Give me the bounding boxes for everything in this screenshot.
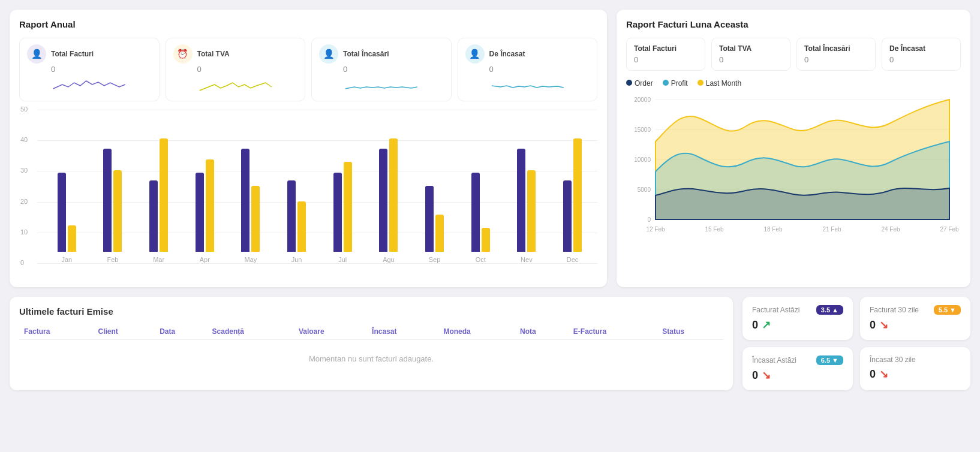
monthly-stat-value: 0 xyxy=(719,55,783,64)
bar-purple xyxy=(196,173,204,252)
monthly-stat-card: Total Încasări 0 xyxy=(796,38,876,71)
trend-icon: ↘ xyxy=(879,367,888,381)
bar-purple xyxy=(563,180,572,252)
svg-text:10000: 10000 xyxy=(634,156,651,163)
monthly-area-chart: 20000 15000 10000 5000 0 12 Feb 15 Feb 1… xyxy=(626,94,961,257)
bar-group: Dec xyxy=(563,138,582,263)
monthly-report-card: Raport Facturi Luna Aceasta Total Factur… xyxy=(617,10,970,287)
legend-label: Profit xyxy=(671,79,688,88)
table-header-cell: Moneda xyxy=(438,324,515,340)
bar-purple xyxy=(379,149,387,252)
svg-text:24 Feb: 24 Feb xyxy=(881,226,900,233)
stat-label: Total TVA xyxy=(197,50,230,58)
bar-month-label: Nev xyxy=(521,256,533,263)
stat-icon: 👤 xyxy=(319,44,338,64)
monthly-stat-card: Total Facturi 0 xyxy=(626,38,705,71)
bar-month-label: Dec xyxy=(567,256,579,263)
right-stats-grid: Facturat Astăzi 3.5 ▲ 0 ↗ Facturat 30 zi… xyxy=(742,297,970,390)
svg-text:15000: 15000 xyxy=(634,126,651,133)
bar-month-label: Sep xyxy=(429,256,441,263)
stat-label: De Încasat xyxy=(489,50,525,58)
bar-month-label: Apr xyxy=(200,256,210,263)
table-header-row: FacturaClientDataScadențăValoareÎncasatM… xyxy=(19,324,723,340)
right-stat-title-text: Încasat Astăzi xyxy=(752,356,796,364)
invoices-card: Ultimele facturi Emise FacturaClientData… xyxy=(10,297,733,390)
table-header-cell: Client xyxy=(94,324,155,340)
annual-report-card: Raport Anual 👤 Total Facturi 0 ⏰ Total T… xyxy=(10,10,607,287)
table-header-cell: E-Factura xyxy=(569,324,657,340)
invoices-table: FacturaClientDataScadențăValoareÎncasatM… xyxy=(19,324,723,378)
bar-month-label: May xyxy=(245,256,257,263)
bar-yellow xyxy=(113,170,122,252)
right-stat-card: Facturat Astăzi 3.5 ▲ 0 ↗ xyxy=(742,297,853,340)
bar-purple xyxy=(103,149,112,252)
svg-text:27 Feb: 27 Feb xyxy=(940,226,959,233)
legend-dot xyxy=(663,80,669,86)
bar-yellow xyxy=(68,225,76,252)
bar-yellow xyxy=(435,215,444,252)
bar-purple xyxy=(471,173,480,252)
bar-yellow xyxy=(160,138,168,252)
annual-stat-cards: 👤 Total Facturi 0 ⏰ Total TVA 0 👤 Total … xyxy=(19,38,597,101)
bar-yellow xyxy=(482,228,490,252)
trend-icon: ↘ xyxy=(762,369,771,382)
legend-item: Last Month xyxy=(698,79,741,88)
stat-label: Total Facturi xyxy=(51,50,94,58)
legend-label: Order xyxy=(635,79,653,88)
trend-icon: ↗ xyxy=(762,318,771,332)
monthly-stat-label: Total Încasări xyxy=(804,44,868,53)
chart-legend: OrderProfitLast Month xyxy=(626,79,961,88)
legend-item: Profit xyxy=(663,79,688,88)
stat-badge: 3.5 ▲ xyxy=(816,305,843,315)
bar-group: Jun xyxy=(287,180,306,263)
bar-yellow xyxy=(344,162,352,252)
mini-sparkline xyxy=(27,74,152,95)
annual-stat-card: 👤 De Încasat 0 xyxy=(458,38,598,101)
stat-value: 0 xyxy=(197,65,298,74)
mini-sparkline xyxy=(319,74,444,95)
bar-purple xyxy=(333,173,342,252)
bar-group: Jan xyxy=(58,173,76,263)
bar-purple xyxy=(425,186,434,252)
right-stat-value-text: 0 xyxy=(752,369,758,382)
annual-stat-card: 👤 Total Încasări 0 xyxy=(311,38,452,101)
monthly-stat-card: De Încasat 0 xyxy=(882,38,961,71)
svg-text:18 Feb: 18 Feb xyxy=(763,226,783,233)
stat-icon: 👤 xyxy=(27,44,46,64)
svg-text:5000: 5000 xyxy=(638,186,651,193)
monthly-stat-label: De Încasat xyxy=(889,44,953,53)
bar-month-label: Agu xyxy=(383,256,395,263)
svg-text:0: 0 xyxy=(647,216,651,223)
right-stat-title-text: Încasat 30 zile xyxy=(870,355,916,364)
svg-text:21 Feb: 21 Feb xyxy=(822,226,841,233)
stat-icon: 👤 xyxy=(465,44,485,64)
bar-month-label: Feb xyxy=(107,256,119,263)
table-empty-row: Momentan nu sunt facturi adaugate. xyxy=(19,340,723,378)
annual-bar-chart: 01020304050JanFebMarAprMayJunJulAguSepOc… xyxy=(19,110,597,278)
bar-group: Jul xyxy=(333,162,352,263)
bar-group: Mar xyxy=(149,138,168,263)
invoices-table-wrapper: FacturaClientDataScadențăValoareÎncasatM… xyxy=(19,324,723,378)
bar-purple xyxy=(287,180,296,252)
bar-group: Sep xyxy=(425,186,444,263)
table-header-cell: Încasat xyxy=(367,324,438,340)
bar-month-label: Mar xyxy=(153,256,164,263)
monthly-stat-value: 0 xyxy=(634,55,698,64)
monthly-stat-value: 0 xyxy=(804,55,868,64)
bar-purple xyxy=(241,149,249,252)
svg-text:20000: 20000 xyxy=(634,97,651,103)
right-stat-value-text: 0 xyxy=(870,368,876,381)
stat-value: 0 xyxy=(51,65,152,74)
table-header-cell: Status xyxy=(657,324,723,340)
stat-value: 0 xyxy=(343,65,444,74)
legend-dot xyxy=(698,80,704,86)
right-stat-value-text: 0 xyxy=(870,319,876,332)
bar-group: Feb xyxy=(103,149,122,263)
bar-purple xyxy=(517,149,525,252)
monthly-stat-cards: Total Facturi 0 Total TVA 0 Total Încasă… xyxy=(626,38,961,71)
bar-month-label: Jul xyxy=(338,256,347,263)
bar-group: Apr xyxy=(196,159,214,263)
annual-stat-card: ⏰ Total TVA 0 xyxy=(166,38,306,101)
table-header-cell: Data xyxy=(155,324,207,340)
bar-yellow xyxy=(206,159,214,252)
